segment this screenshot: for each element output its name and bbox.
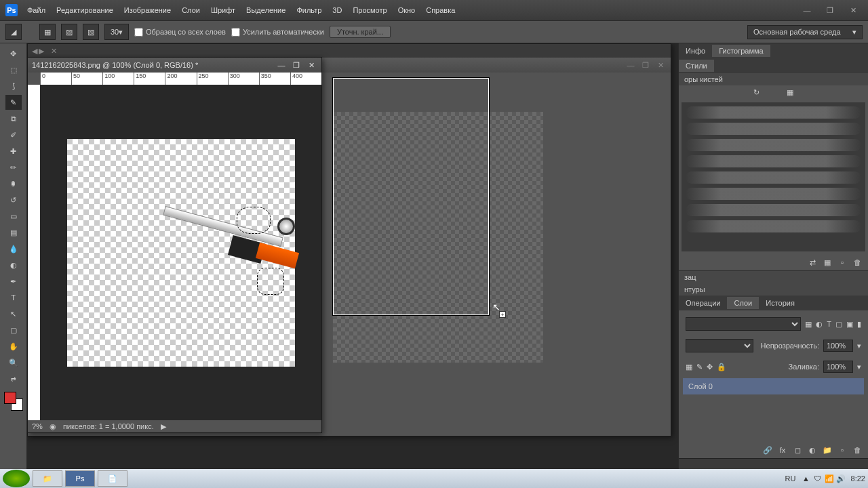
menu-select[interactable]: Выделение [241, 3, 291, 17]
layer-item[interactable]: Слой 0 [683, 378, 864, 394]
lock-pixels-icon[interactable]: ✎ [696, 363, 703, 371]
tab-histogram[interactable]: Гистограмма [712, 45, 770, 57]
filter-smart-icon[interactable]: ▣ [846, 320, 853, 329]
menu-layer[interactable]: Слои [176, 3, 205, 17]
front-canvas-area[interactable] [40, 85, 321, 420]
eraser-tool-icon[interactable]: ▭ [5, 209, 22, 224]
link-layers-icon[interactable]: 🔗 [762, 445, 773, 455]
taskbar-document-icon[interactable]: 📄 [98, 470, 127, 487]
menu-image[interactable]: Изображение [119, 3, 176, 17]
shape-tool-icon[interactable]: ▢ [5, 323, 22, 338]
transparent-canvas[interactable] [67, 139, 295, 367]
grid-view-icon[interactable]: ▦ [822, 257, 833, 268]
menu-help[interactable]: Справка [420, 3, 460, 17]
tray-volume-icon[interactable]: 🔊 [836, 474, 846, 483]
lasso-tool-icon[interactable]: ⟆ [5, 79, 22, 94]
quick-select-tool-icon[interactable]: ✎ [5, 95, 22, 110]
filter-adjust-icon[interactable]: ◐ [816, 320, 823, 329]
tool-preset-icon[interactable]: ◢ [5, 24, 22, 40]
mini-panel-2[interactable]: нтуры [679, 283, 868, 296]
layer-mask-icon[interactable]: ◻ [792, 445, 803, 455]
dodge-tool-icon[interactable]: ◐ [5, 258, 22, 272]
front-doc-titlebar[interactable]: 1412162025843.png @ 100% (Слой 0, RGB/16… [28, 58, 321, 73]
maximize-icon[interactable]: ❐ [821, 4, 840, 16]
hand-tool-icon[interactable]: ✋ [5, 339, 22, 354]
status-menu-icon[interactable]: ▶ [161, 422, 166, 431]
brush-tool-icon[interactable]: ✏ [5, 160, 22, 175]
blur-tool-icon[interactable]: 💧 [5, 241, 22, 256]
filter-toggle-icon[interactable]: ▮ [857, 320, 861, 329]
close-icon[interactable]: ✕ [844, 4, 863, 16]
lock-all-icon[interactable]: ▦ [686, 363, 692, 371]
menu-edit[interactable]: Редактирование [51, 3, 119, 17]
filter-pixel-icon[interactable]: ▦ [805, 320, 812, 329]
color-swatches[interactable] [4, 392, 23, 411]
layer-filter-select[interactable] [686, 317, 801, 331]
doc-maximize-icon[interactable]: ❐ [290, 60, 302, 70]
lock-position-icon[interactable]: ✥ [707, 363, 713, 371]
menu-type[interactable]: Шрифт [205, 3, 241, 17]
start-button[interactable] [3, 470, 30, 487]
lock-icon[interactable]: 🔒 [717, 363, 726, 371]
new-layer-icon[interactable]: ▫ [837, 445, 848, 455]
tray-shield-icon[interactable]: 🛡 [812, 474, 822, 483]
intersect-selection-icon[interactable]: ▧ [83, 24, 99, 40]
minimize-icon[interactable]: — [797, 4, 816, 16]
add-selection-icon[interactable]: ▦ [39, 24, 56, 40]
menu-3d[interactable]: 3D [327, 3, 347, 17]
history-brush-tool-icon[interactable]: ↺ [5, 192, 22, 207]
opacity-input[interactable] [823, 340, 853, 352]
adjustment-layer-icon[interactable]: ◐ [807, 445, 818, 455]
tray-network-icon[interactable]: 📶 [825, 474, 834, 483]
new-brush-icon[interactable]: ▫ [837, 257, 848, 268]
menu-file[interactable]: Файл [22, 3, 51, 17]
path-tool-icon[interactable]: ↖ [5, 306, 22, 321]
doc-minimize-icon[interactable]: — [275, 60, 288, 70]
brush-stroke-preview[interactable] [682, 102, 865, 251]
reset-brush-icon[interactable]: ↻ [753, 88, 760, 97]
fill-chevron-icon[interactable]: ▾ [857, 363, 861, 371]
auto-enhance-check[interactable]: Усилить автоматически [231, 28, 324, 37]
subtract-selection-icon[interactable]: ▨ [61, 24, 77, 40]
healing-tool-icon[interactable]: ✚ [5, 144, 22, 159]
menu-view[interactable]: Просмотр [347, 3, 392, 17]
sample-all-layers-checkbox[interactable] [134, 28, 143, 37]
tray-icon[interactable]: ▲ [801, 474, 810, 483]
tab-info[interactable]: Инфо [679, 45, 712, 57]
clock[interactable]: 8:22 [851, 474, 865, 483]
crop-tool-icon[interactable]: ⧉ [5, 111, 22, 126]
taskbar-photoshop-icon[interactable]: Ps [65, 470, 95, 487]
doc-close-icon[interactable]: ✕ [305, 60, 317, 70]
tab-layers[interactable]: Слои [727, 297, 759, 309]
workspace-selector[interactable]: Основная рабочая среда ▾ [747, 25, 863, 39]
auto-enhance-checkbox[interactable] [231, 28, 240, 37]
toggle-icon[interactable]: ⇄ [807, 257, 818, 268]
layer-fx-icon[interactable]: fx [777, 445, 788, 455]
zoom-tool-icon[interactable]: 🔍 [5, 355, 22, 370]
front-document-window[interactable]: 1412162025843.png @ 100% (Слой 0, RGB/16… [27, 57, 322, 433]
type-tool-icon[interactable]: T [5, 290, 22, 305]
filter-shape-icon[interactable]: ▢ [835, 320, 842, 329]
taskbar-explorer-icon[interactable]: 📁 [33, 470, 62, 487]
layer-group-icon[interactable]: 📁 [822, 445, 833, 455]
tab-styles[interactable]: Стили [679, 60, 714, 72]
timeline-collapsed[interactable] [679, 458, 868, 469]
doc-minimize-icon[interactable]: — [625, 60, 637, 70]
foreground-color-swatch[interactable] [4, 392, 16, 404]
opacity-chevron-icon[interactable]: ▾ [857, 342, 861, 350]
brush-size-selector[interactable]: 30▾ [104, 24, 129, 40]
delete-brush-icon[interactable]: 🗑 [852, 257, 863, 268]
language-indicator[interactable]: RU [785, 474, 796, 483]
brushes-panel-header[interactable]: оры кистей [679, 73, 868, 85]
refine-edge-button[interactable]: Уточн. край... [330, 26, 391, 38]
delete-layer-icon[interactable]: 🗑 [852, 445, 863, 455]
sample-all-layers-check[interactable]: Образец со всех слоев [134, 28, 226, 37]
fill-input[interactable] [823, 361, 853, 373]
filter-type-icon[interactable]: T [827, 320, 831, 328]
move-tool-icon[interactable]: ✥ [5, 46, 22, 61]
tab-next-icon[interactable]: ▶ [39, 47, 44, 56]
menu-window[interactable]: Окно [393, 3, 421, 17]
tab-actions[interactable]: Операции [679, 297, 727, 309]
doc-close-icon[interactable]: ✕ [654, 60, 667, 70]
stamp-tool-icon[interactable]: ⧯ [5, 176, 22, 191]
